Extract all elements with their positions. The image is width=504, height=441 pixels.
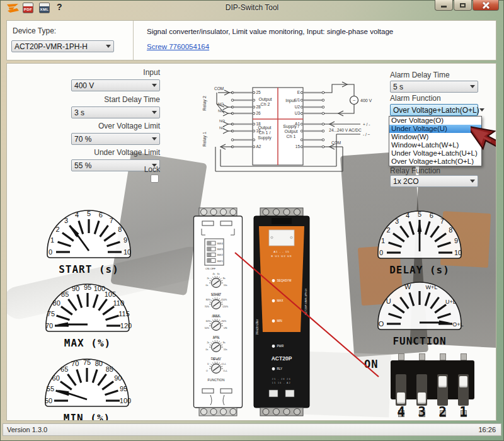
alarm-delay-label: Alarm Delay Time [390, 71, 450, 79]
svg-text:U3: U3 [295, 111, 301, 115]
svg-text:50%: 50% [205, 327, 210, 329]
svg-text:SW2: SW2 [217, 253, 224, 256]
dropdown-option[interactable]: Over Voltage(O) [389, 117, 481, 125]
dip-switch-2 [437, 374, 448, 406]
dropdown-option[interactable]: Over Voltage+Latch(O+L) [389, 158, 481, 166]
svg-text:SW1: SW1 [217, 260, 224, 263]
svg-text:U: U [207, 363, 209, 365]
svg-text:2: 2 [387, 226, 391, 234]
svg-text:O: O [379, 320, 384, 328]
chevron-down-icon [152, 84, 157, 87]
dropdown-option[interactable]: Window+Latch(W+L) [389, 141, 481, 149]
alarm-delay-dropdown[interactable]: 5 s [390, 81, 478, 93]
svg-text:4s: 4s [212, 337, 215, 340]
svg-text:85: 85 [106, 365, 113, 373]
svg-text:MAX: MAX [277, 299, 284, 302]
svg-text:400 V: 400 V [360, 98, 372, 103]
svg-text:15 16 - A2: 15 16 - A2 [272, 382, 291, 384]
svg-text:1: 1 [381, 237, 385, 244]
svg-text:U+L: U+L [445, 299, 456, 305]
version-text: Version 1.3.0 [7, 426, 47, 433]
device-type-dropdown[interactable]: ACT20P-VMR-1PH-H [11, 40, 114, 52]
svg-text:MIN: MIN [277, 319, 282, 323]
svg-text:- / ~: - / ~ [363, 132, 370, 137]
lock-checkbox[interactable] [151, 175, 159, 183]
svg-text:COM: COM [214, 86, 224, 91]
weidmueller-logo-icon [5, 3, 20, 14]
svg-text:U: U [386, 297, 391, 305]
svg-text:60: 60 [52, 374, 60, 382]
svg-text:4: 4 [75, 211, 79, 219]
svg-text:105: 105 [105, 290, 116, 298]
svg-text:10: 10 [454, 249, 462, 256]
input-dropdown[interactable]: 400 V [71, 79, 160, 91]
over-voltage-dropdown[interactable]: 70 % [71, 133, 160, 145]
svg-text:ACT20P-VMR-1PH-H: ACT20P-VMR-1PH-H [304, 289, 307, 315]
alarm-delay-value: 5 s [393, 83, 403, 91]
svg-text:8s: 8s [223, 277, 226, 280]
svg-text:70%: 70% [205, 306, 210, 308]
order-number-link[interactable]: Screw 7760054164 [147, 43, 209, 50]
gauge-min-dial: 50556065707580859095100 [40, 348, 134, 409]
svg-text:110%: 110% [221, 299, 227, 301]
dropdown-option[interactable]: Window(W) [389, 133, 481, 141]
relay-function-dropdown[interactable]: 1x 2CO [390, 175, 478, 187]
svg-text:85: 85 [61, 290, 69, 298]
svg-text:U+L: U+L [222, 363, 226, 365]
relay-function-label: Relay Function [390, 166, 440, 175]
dip-switch-number: 4 [394, 404, 409, 420]
svg-text:100: 100 [94, 285, 105, 292]
minimize-button[interactable] [435, 0, 453, 11]
svg-text:+ / -: + / - [363, 122, 370, 127]
svg-text:Output: Output [258, 97, 272, 102]
svg-text:110: 110 [113, 299, 125, 307]
minimize-icon [441, 6, 447, 8]
svg-text:9: 9 [123, 236, 127, 244]
over-voltage-value: 70 % [74, 135, 91, 144]
xml-export-icon[interactable]: XML [39, 3, 50, 13]
svg-text:O: O [206, 370, 208, 372]
svg-text:7: 7 [110, 217, 113, 224]
svg-text:18: 18 [256, 122, 261, 126]
dropdown-option[interactable]: Under Voltage+Latch(U+L) [389, 149, 481, 158]
start-delay-dropdown[interactable]: 3 s [71, 106, 160, 118]
maximize-button[interactable] [454, 0, 472, 11]
svg-text:80: 80 [53, 299, 60, 307]
svg-text:26: 26 [256, 111, 261, 115]
svg-text:15: 15 [295, 144, 301, 149]
gauge-function-dial: OUWW+LU+LO+L [372, 271, 467, 332]
clock-text: 16:26 [478, 426, 496, 433]
svg-text:25 - 28 26: 25 - 28 26 [272, 378, 291, 381]
svg-text:W+L: W+L [425, 284, 437, 290]
title-bar: PDF XML ? DIP-Switch Tool [0, 0, 504, 16]
dip-switch-3 [416, 374, 427, 406]
svg-text:Relay 2: Relay 2 [202, 96, 207, 111]
close-button[interactable] [472, 0, 499, 11]
svg-text:U1: U1 [295, 98, 301, 102]
gauge-start-dial: 012345678910 [42, 199, 136, 260]
dip-switch-handle [397, 392, 405, 404]
dip-switch-body [391, 360, 474, 399]
chevron-down-icon [106, 45, 111, 48]
svg-text:9: 9 [454, 237, 458, 244]
cursor-arrow-icon [471, 118, 496, 154]
svg-text:Supply: Supply [258, 135, 272, 140]
pdf-export-icon[interactable]: PDF [23, 3, 33, 13]
help-icon[interactable]: ? [57, 2, 62, 12]
dropdown-option[interactable]: Under Voltage(U) [389, 125, 481, 133]
chevron-down-icon [470, 180, 475, 183]
alarm-function-option-list: Over Voltage(O)Under Voltage(U)Window(W)… [389, 116, 482, 166]
gauge-delay: 012345678910 DELAY (s) [372, 200, 467, 276]
dip-pin [440, 353, 446, 360]
svg-text:90%: 90% [212, 294, 217, 297]
svg-text:2s: 2s [207, 277, 209, 280]
svg-text:6s: 6s [217, 273, 220, 275]
under-voltage-value: 55 % [74, 161, 91, 170]
alarm-function-dropdown[interactable]: Over Voltage+Latch(O+L) [390, 104, 478, 116]
svg-text:RLY: RLY [277, 367, 283, 370]
svg-text:80: 80 [95, 360, 103, 367]
svg-text:Ch 2: Ch 2 [261, 102, 270, 106]
status-bar: Version 1.3.0 16:26 [3, 423, 501, 436]
chevron-down-icon [470, 85, 475, 88]
svg-text:60%: 60% [206, 320, 211, 323]
